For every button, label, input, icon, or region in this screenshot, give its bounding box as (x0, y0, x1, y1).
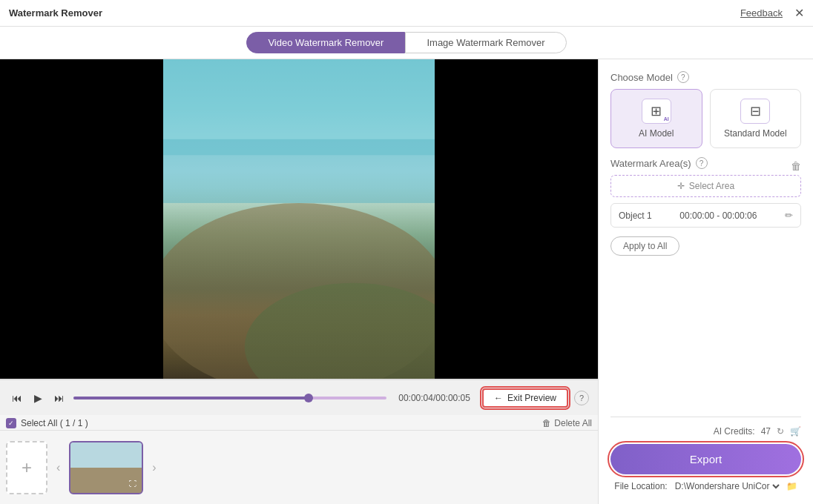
title-right: Feedback ✕ (740, 6, 804, 20)
exit-preview-label: Exit Preview (507, 393, 556, 403)
progress-track[interactable] (73, 397, 386, 399)
export-button[interactable]: Export (610, 444, 801, 474)
standard-model-label: Standard Model (724, 128, 787, 139)
standard-model-card[interactable]: ⊟ Standard Model (710, 89, 802, 148)
ai-model-label: AI Model (639, 128, 674, 139)
select-area-label: Select Area (689, 181, 734, 191)
file-section: ⏮ ▶ ⏭ 00:00:04/00:00:05 ← Exit Preview ?… (0, 379, 598, 504)
choose-model-section: Choose Model ? ⊞ AI AI Model ⊟ Standard … (610, 71, 801, 148)
progress-thumb (304, 394, 313, 402)
select-area-button[interactable]: ✛ Select Area (610, 175, 801, 197)
controls-bar: ⏮ ▶ ⏭ 00:00:04/00:00:05 ← Exit Preview ? (0, 379, 598, 415)
video-frame (163, 59, 435, 379)
watermark-delete-button[interactable]: 🗑 (791, 160, 801, 172)
ai-credits-label: AI Credits: (714, 426, 755, 437)
object1-edit-button[interactable]: ✏ (785, 210, 793, 221)
app-title: Watermark Remover (9, 7, 102, 19)
video-area (0, 59, 598, 379)
svg-point-3 (245, 283, 435, 379)
file-location-select[interactable]: D:\Wondershare UniCor (672, 480, 782, 492)
tab-bar: Video Watermark Remover Image Watermark … (0, 27, 813, 59)
right-panel: Choose Model ? ⊞ AI AI Model ⊟ Standard … (598, 59, 813, 504)
ai-credits-row: AI Credits: 47 ↻ 🛒 (610, 426, 801, 437)
time-display: 00:00:04/00:00:05 (398, 393, 470, 403)
delete-all-icon: 🗑 (542, 418, 551, 428)
cart-icon[interactable]: 🛒 (790, 426, 801, 437)
object1-time: 00:00:00 - 00:00:06 (679, 210, 757, 221)
delete-all-label: Delete All (554, 418, 592, 428)
tab-video[interactable]: Video Watermark Remover (246, 32, 405, 53)
select-all-text: Select All ( 1 / 1 ) (21, 418, 88, 428)
ai-model-card[interactable]: ⊞ AI AI Model (610, 89, 702, 148)
select-all-label[interactable]: ✓ Select All ( 1 / 1 ) (6, 418, 88, 428)
add-icon: + (22, 457, 32, 478)
file-thumbnail[interactable]: ✓ ⛶ (69, 441, 143, 494)
svg-point-2 (163, 203, 435, 379)
refresh-icon[interactable]: ↻ (777, 426, 784, 437)
feedback-link[interactable]: Feedback (740, 7, 783, 19)
file-location-label: File Location: (614, 481, 667, 491)
progress-fill (73, 397, 309, 399)
file-strip: + ‹ ✓ ⛶ › (0, 430, 598, 504)
strip-top: ✓ Select All ( 1 / 1 ) 🗑 Delete All (0, 415, 598, 430)
object-row-1: Object 1 00:00:00 - 00:00:06 ✏ (610, 203, 801, 228)
exit-preview-arrow-icon: ← (494, 393, 503, 403)
video-right-black (435, 59, 598, 379)
controls-help-button[interactable]: ? (574, 391, 589, 405)
title-bar: Watermark Remover Feedback ✕ (0, 0, 813, 27)
add-file-button[interactable]: + (6, 441, 47, 494)
tab-image[interactable]: Image Watermark Remover (405, 32, 566, 53)
svg-rect-4 (70, 442, 142, 468)
prev-button[interactable]: ⏮ (9, 389, 25, 407)
left-panel: ⏮ ▶ ⏭ 00:00:04/00:00:05 ← Exit Preview ?… (0, 59, 598, 504)
play-button[interactable]: ▶ (31, 389, 45, 407)
file-location-row: File Location: D:\Wondershare UniCor 📁 (610, 480, 801, 492)
expand-icon: ⛶ (127, 478, 139, 490)
delete-all-button[interactable]: 🗑 Delete All (542, 418, 592, 428)
exit-preview-button[interactable]: ← Exit Preview (482, 388, 568, 408)
strip-prev-arrow[interactable]: ‹ (53, 458, 63, 477)
svg-rect-1 (163, 139, 435, 203)
spacer (610, 265, 801, 408)
watermark-areas-section: Watermark Area(s) ? 🗑 ✛ Select Area Obje… (610, 157, 801, 228)
watermark-help-icon[interactable]: ? (696, 157, 708, 169)
video-left-black (0, 59, 163, 379)
watermark-header: Watermark Area(s) ? 🗑 (610, 157, 801, 175)
apply-section: Apply to All (610, 236, 801, 256)
choose-model-label: Choose Model ? (610, 71, 801, 83)
folder-icon[interactable]: 📁 (786, 481, 797, 491)
bottom-right-section: AI Credits: 47 ↻ 🛒 Export File Location:… (610, 417, 801, 492)
select-all-checkbox[interactable]: ✓ (6, 418, 16, 428)
ai-model-icon: ⊞ AI (642, 99, 671, 124)
ai-credits-value: 47 (761, 426, 771, 437)
video-main (163, 59, 435, 379)
apply-to-all-button[interactable]: Apply to All (610, 236, 679, 256)
model-cards: ⊞ AI AI Model ⊟ Standard Model (610, 89, 801, 148)
object1-label: Object 1 (619, 210, 652, 221)
strip-next-arrow[interactable]: › (149, 458, 159, 477)
watermark-areas-label: Watermark Area(s) ? (610, 157, 708, 169)
video-overlay (163, 59, 435, 379)
select-area-plus-icon: ✛ (677, 181, 685, 191)
next-button[interactable]: ⏭ (51, 389, 68, 407)
model-help-icon[interactable]: ? (677, 71, 689, 83)
main-layout: ⏮ ▶ ⏭ 00:00:04/00:00:05 ← Exit Preview ?… (0, 59, 813, 504)
standard-model-icon: ⊟ (740, 99, 770, 124)
close-button[interactable]: ✕ (794, 6, 804, 20)
